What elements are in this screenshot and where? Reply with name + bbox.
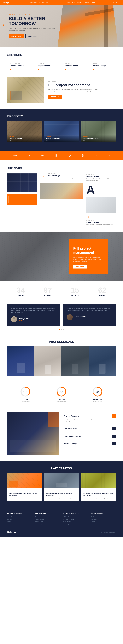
product-design-label: Our Services: [86, 220, 116, 221]
services-2-right: Our Services Graphic Design Lorem ipsum …: [86, 173, 116, 226]
footer-grid: Build with Bridge About Us Our Team Care…: [7, 512, 116, 525]
footer-col-3-title: Office in New York: [63, 512, 88, 514]
full-project-image: [7, 77, 44, 103]
testimonials-dots: [7, 329, 116, 330]
footer-link-miami[interactable]: Miami: [91, 523, 116, 525]
footer-link-general[interactable]: General Contract: [35, 516, 60, 518]
professionals-title: PROFESSIONALS: [7, 340, 116, 344]
accordion-item-4-title: Interior Design: [64, 442, 77, 445]
dot-inactive[interactable]: [3, 26, 4, 28]
footer-link-careers[interactable]: Careers: [7, 520, 32, 523]
full-project-title: Full project management: [48, 83, 100, 87]
service-card-3[interactable]: Renovation Refurbishment: [63, 60, 88, 73]
footer-link-about[interactable]: About Us: [7, 516, 32, 518]
service-card-2[interactable]: Planning Project Planning: [35, 60, 60, 73]
pro-1-image: [7, 346, 34, 376]
t-dot-3[interactable]: [63, 329, 64, 330]
footer-link-ny[interactable]: New York: [91, 516, 116, 518]
interior-design-title: Interior Design: [48, 174, 83, 176]
services-2-title: SERVICES: [7, 166, 116, 169]
partner-8[interactable]: ≈: [109, 154, 110, 157]
accordion-item-1-icon[interactable]: −: [113, 414, 116, 418]
partner-6[interactable]: D: [82, 154, 84, 158]
partner-5[interactable]: Q: [68, 154, 71, 157]
accordion-item-3-icon[interactable]: +: [113, 434, 116, 438]
fpm-btn[interactable]: Read More: [73, 264, 87, 268]
news-card-3[interactable]: March 8, 2021 Adipiscing sem neque cad q…: [81, 473, 116, 501]
product-design-icon: ⚙: [86, 216, 116, 220]
interior-design-item: ⬡ Our Services Interior Design Lorem ips…: [40, 173, 83, 181]
nav-blog[interactable]: Blog: [72, 2, 74, 3]
stat-design-number: 34: [17, 286, 25, 294]
linkedin-icon[interactable]: in: [117, 2, 118, 3]
footer-link-interior[interactable]: Interior Design: [35, 523, 60, 525]
hero-services-button[interactable]: Our Services: [9, 34, 24, 38]
partner-1[interactable]: M+: [13, 154, 17, 157]
footer-link-refurb[interactable]: Refurbishment: [35, 520, 60, 523]
project-1-title: Modern materials: [9, 138, 41, 140]
news-card-1[interactable]: March 12, 2021 Lorem ipsum dolor sit ame…: [7, 473, 42, 501]
testimonial-1-role: Architect: [19, 320, 29, 321]
accordion-item-2[interactable]: Refurbishment +: [64, 425, 116, 432]
hero-contact-button[interactable]: Contact Us: [25, 34, 40, 38]
dot-active[interactable]: [3, 24, 4, 26]
twitter-icon[interactable]: t: [115, 2, 115, 3]
professional-card-3[interactable]: [62, 346, 89, 376]
project-1-link[interactable]: View: [9, 140, 41, 141]
professional-card-1[interactable]: [7, 346, 34, 376]
project-3-link[interactable]: View: [82, 140, 114, 141]
footer-link-team[interactable]: Our Team: [7, 518, 32, 520]
footer-logo[interactable]: Bridge: [7, 531, 16, 534]
testimonial-2-text: Officede nisl. Ain eget dui. Etiam lobor…: [67, 307, 112, 312]
project-card-1[interactable]: Category Modern materials View: [7, 121, 42, 142]
stat-projects-number: 15: [70, 286, 79, 294]
service-4-title: Interior Design: [93, 65, 113, 67]
project-2-link[interactable]: View: [46, 140, 77, 141]
news-card-2[interactable]: March 10, 2021 Massa cum sociis theme ad…: [44, 473, 79, 501]
accordion-list: Project Planning − Lorem ipsum dolor sit…: [64, 412, 116, 455]
partner-4[interactable]: G: [55, 154, 58, 158]
nav-logo[interactable]: Bridge: [3, 1, 9, 4]
nav-services[interactable]: Services: [77, 2, 82, 3]
partner-2[interactable]: ▷: [28, 154, 30, 157]
service-4-label: Design: [93, 63, 113, 64]
stat-projects-label: Projects: [70, 294, 79, 296]
t-dot-2[interactable]: [61, 329, 62, 330]
circ-sub-projects: Lorem ipsum dolor: [92, 401, 103, 402]
accordion-item-1[interactable]: Project Planning − Lorem ipsum dolor sit…: [64, 412, 116, 425]
professional-card-4[interactable]: [89, 346, 116, 376]
news-grid: March 12, 2021 Lorem ipsum dolor sit ame…: [7, 473, 116, 501]
googleplus-icon[interactable]: g+: [119, 2, 120, 3]
partner-3[interactable]: ✉: [41, 154, 44, 157]
worker-image: [40, 183, 83, 199]
footer-link-chicago[interactable]: Chicago: [91, 520, 116, 523]
footer-bottom: Bridge © 2021 Bridge. All rights reserve…: [7, 529, 116, 534]
accordion-item-2-icon[interactable]: +: [113, 427, 116, 430]
footer-link-contact[interactable]: Contact: [7, 523, 32, 525]
service-card-4[interactable]: Design Interior Design: [91, 60, 116, 73]
news-2-title: Massa cum sociis theme adipisc cum penat…: [46, 492, 77, 496]
project-card-2[interactable]: Category Parametric modeling View: [44, 121, 79, 142]
nav-projects[interactable]: Projects: [84, 2, 89, 3]
accordion-item-3-title: General Contracting: [64, 435, 82, 437]
news-3-image: [81, 473, 116, 488]
accordion-item-4-icon[interactable]: +: [113, 442, 116, 445]
accordion-item-4[interactable]: Interior Design +: [64, 440, 116, 448]
professional-card-2[interactable]: [34, 346, 62, 376]
partner-7[interactable]: ✕: [95, 154, 97, 157]
footer-link-la[interactable]: Los Angeles: [91, 518, 116, 520]
full-project-btn[interactable]: Read More: [48, 95, 62, 99]
service-card-1[interactable]: Construction General Contract: [7, 60, 32, 73]
t-dot-1[interactable]: [59, 329, 60, 330]
nav-home[interactable]: Home: [66, 2, 70, 3]
nav-contact[interactable]: Contact: [91, 2, 95, 3]
accordion-item-3[interactable]: General Contracting +: [64, 432, 116, 440]
testimonial-2-avatar: [67, 314, 73, 320]
fpm-label: Our Services: [73, 244, 104, 246]
project-card-3[interactable]: Category Wood in architecture View: [81, 121, 116, 142]
facebook-icon[interactable]: f: [113, 2, 114, 3]
fpm-text: Lorem ipsum dolor sit amet, consectetur …: [73, 256, 104, 262]
hero-description: Lorem ipsum dolor sit amet, consectetur …: [9, 28, 56, 32]
testimonial-2-role: Designer: [74, 318, 86, 319]
footer-link-planning[interactable]: Project Planning: [35, 518, 60, 520]
